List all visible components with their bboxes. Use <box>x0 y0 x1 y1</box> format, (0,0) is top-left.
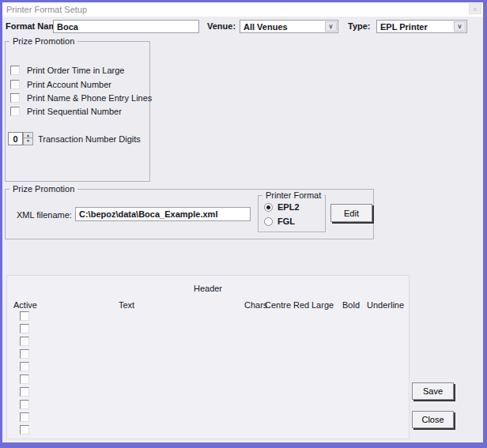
group-label: Prize Promotion <box>9 184 77 194</box>
column-header-large: Large <box>311 300 334 310</box>
venue-label: Venue: <box>207 21 236 31</box>
header-section: Header Active Text Chars Centre Red Larg… <box>6 275 410 439</box>
column-header-text: Text <box>119 300 134 310</box>
column-header-chars: Chars <box>244 300 267 310</box>
venue-value: All Venues <box>244 22 288 32</box>
radio-label: EPL2 <box>277 202 300 212</box>
print-sequential-number-checkbox[interactable] <box>10 107 20 116</box>
radio-dot <box>266 205 270 209</box>
checkbox-label: Print Name & Phone Entry Lines <box>27 93 152 103</box>
active-row-checkbox[interactable] <box>20 375 29 384</box>
fgl-radio[interactable] <box>264 217 273 226</box>
title-bar: Printer Format Setup × <box>2 2 483 17</box>
active-row-checkbox[interactable] <box>20 387 29 397</box>
type-label: Type: <box>348 21 371 31</box>
printer-format-setup-window: Printer Format Setup × Format Name: Boca… <box>0 0 487 448</box>
window-title: Printer Format Setup <box>6 5 87 14</box>
type-select[interactable]: EPL Printer ∨ <box>376 20 467 33</box>
prize-promotion-file-group: Prize Promotion XML filename: C:\bepoz\d… <box>5 189 374 239</box>
active-row-checkbox[interactable] <box>20 400 29 409</box>
xml-filename-label: XML filename: <box>17 210 72 220</box>
transaction-digits-label: Transaction Number Digits <box>38 134 141 144</box>
stepper-up-icon[interactable]: ▲ <box>23 132 33 138</box>
stepper-buttons: ▲ ▼ <box>23 132 33 145</box>
print-order-time-checkbox[interactable] <box>10 66 20 75</box>
active-row-checkbox[interactable] <box>20 412 29 422</box>
active-row-checkbox[interactable] <box>20 349 29 359</box>
active-row-checkbox[interactable] <box>20 311 29 321</box>
print-name-phone-checkbox[interactable] <box>10 93 20 103</box>
column-header-bold: Bold <box>342 300 360 310</box>
dialog-body: Printer Format Setup × Format Name: Boca… <box>2 2 483 442</box>
type-value: EPL Printer <box>380 22 428 32</box>
save-button[interactable]: Save <box>412 382 454 400</box>
checkbox-label: Print Order Time in Large <box>27 66 125 75</box>
active-row-checkbox[interactable] <box>20 425 29 435</box>
column-header-centre: Centre <box>265 300 291 310</box>
stepper-down-icon[interactable]: ▼ <box>23 138 33 145</box>
column-header-underline: Underline <box>367 300 404 310</box>
close-button[interactable]: Close <box>412 411 454 428</box>
transaction-digits-stepper: 0 ▲ ▼ <box>8 132 33 145</box>
header-section-title: Header <box>7 284 409 293</box>
column-header-red: Red <box>293 300 309 310</box>
group-label: Printer Format <box>262 190 324 200</box>
transaction-digits-value[interactable]: 0 <box>8 132 23 145</box>
prize-promotion-options-group: Prize Promotion Print Order Time in Larg… <box>5 41 150 182</box>
radio-label: FGL <box>277 216 295 226</box>
edit-button[interactable]: Edit <box>330 204 372 222</box>
active-row-checkbox[interactable] <box>20 362 29 371</box>
xml-filename-input[interactable]: C:\bepoz\data\Boca_Example.xml <box>75 207 251 221</box>
epl2-radio[interactable] <box>264 203 273 212</box>
chevron-down-icon[interactable]: ∨ <box>454 21 466 32</box>
active-row-checkbox[interactable] <box>20 337 29 346</box>
venue-select[interactable]: All Venues ∨ <box>240 20 338 33</box>
checkbox-label: Print Sequential Number <box>27 107 122 116</box>
active-row-checkbox[interactable] <box>20 324 29 333</box>
chevron-down-icon[interactable]: ∨ <box>325 21 337 32</box>
close-icon[interactable]: × <box>469 3 481 14</box>
checkbox-label: Print Account Number <box>27 80 111 89</box>
printer-format-group: Printer Format EPL2 FGL <box>258 195 326 232</box>
format-name-input[interactable]: Boca <box>53 20 199 33</box>
print-account-number-checkbox[interactable] <box>10 80 20 89</box>
column-header-active: Active <box>13 300 37 310</box>
group-label: Prize Promotion <box>9 36 77 46</box>
